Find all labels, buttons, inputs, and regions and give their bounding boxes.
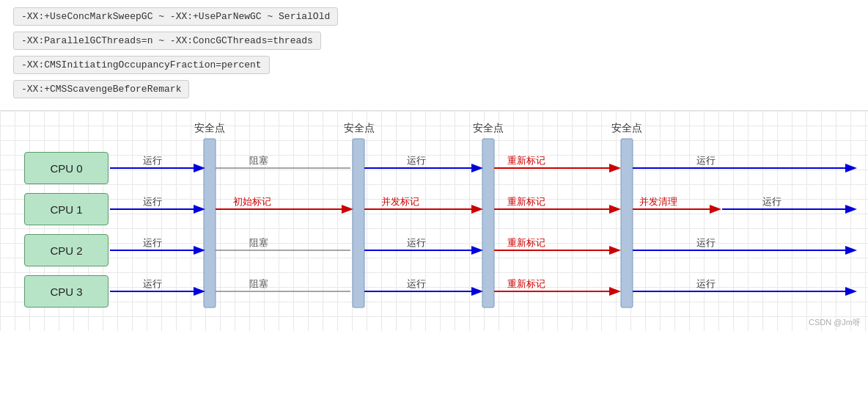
cpu-box-2: CPU 2 [24,234,108,266]
safepoint-label-2: 安全点 [344,122,375,134]
cpu3-run3-label: 运行 [696,278,716,289]
cpu2-remark-label: 重新标记 [507,237,545,248]
cpu2-label: CPU 2 [50,244,82,257]
cpu1-remark-label: 重新标记 [507,196,545,207]
cpu1-run2-label: 运行 [762,196,781,207]
cpu0-block1-label: 阻塞 [249,155,268,166]
safepoint-bar-4 [621,139,633,308]
safepoint-bar-3 [482,139,494,308]
cpu0-label: CPU 0 [50,162,82,175]
cpu3-run1-label: 运行 [143,278,162,289]
cpu2-run2-label: 运行 [407,237,426,248]
watermark: CSDN @Jm呀 [809,317,861,328]
cpu-box-1: CPU 1 [24,193,108,225]
diagram-svg: 安全点 安全点 安全点 安全点 运行 阻塞 运行 重新标记 运行 [0,111,868,331]
cpu2-run1-label: 运行 [143,237,162,248]
cpu0-run1-label: 运行 [143,155,162,166]
code-line-1: -XX:+UseConcMarkSweepGC ~ -XX:+UseParNew… [13,7,338,26]
code-line-3: -XX:CMSInitiatingOccupancyFraction=perce… [13,56,270,74]
cpu2-block1-label: 阻塞 [249,237,268,248]
cpu1-conc-sweep-label: 并发清理 [639,196,677,207]
safepoint-label-4: 安全点 [611,122,642,134]
cpu-box-0: CPU 0 [24,152,108,184]
cpu-box-3: CPU 3 [24,275,108,308]
cpu3-block1-label: 阻塞 [249,278,268,289]
code-line-2: -XX:ParallelGCThreads=n ~ -XX:ConcGCThre… [13,32,321,50]
cpu3-remark-label: 重新标记 [507,278,545,289]
diagram-section: 安全点 安全点 安全点 安全点 运行 阻塞 运行 重新标记 运行 [0,110,868,331]
safepoint-bar-1 [204,139,216,308]
cpu1-label: CPU 1 [50,203,82,216]
diagram-canvas: 安全点 安全点 安全点 安全点 运行 阻塞 运行 重新标记 运行 [0,111,868,331]
cpu2-run3-label: 运行 [696,237,716,248]
cpu1-initial-mark-label: 初始标记 [233,196,271,207]
safepoint-bar-2 [353,139,364,308]
safepoint-label-3: 安全点 [473,122,504,134]
cpu0-run3-label: 运行 [696,155,716,166]
safepoint-label-1: 安全点 [194,122,225,134]
code-line-4: -XX:+CMSScavengeBeforeRemark [13,80,189,98]
cpu0-run2-label: 运行 [407,155,426,166]
cpu1-run1-label: 运行 [143,196,162,207]
cpu3-run2-label: 运行 [407,278,426,289]
cpu3-label: CPU 3 [50,286,82,298]
cpu0-remark1-label: 重新标记 [507,155,545,166]
top-section: -XX:+UseConcMarkSweepGC ~ -XX:+UseParNew… [0,0,868,104]
cpu1-conc-mark-label: 并发标记 [381,196,419,207]
